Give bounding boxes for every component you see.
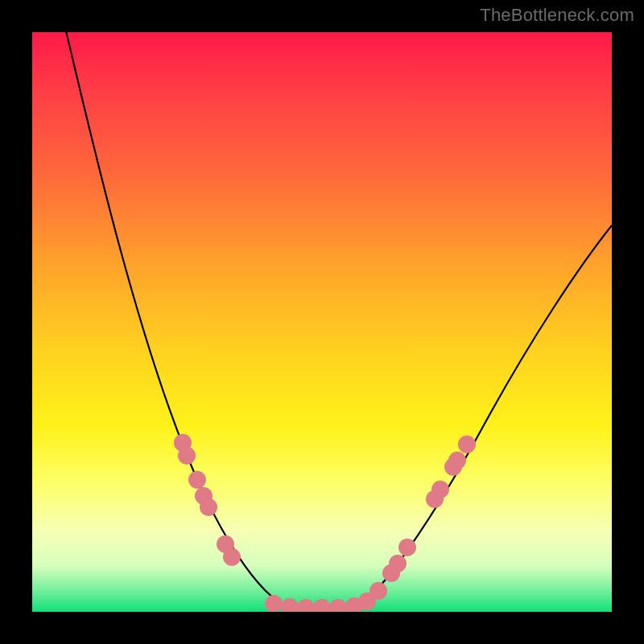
watermark-text: TheBottleneck.com <box>480 5 634 26</box>
curve-marker <box>265 595 283 612</box>
left-curve <box>64 32 322 608</box>
curve-marker <box>369 582 387 600</box>
curve-marker <box>389 555 407 572</box>
curve-layer <box>32 32 612 612</box>
curve-marker <box>200 498 217 516</box>
curve-marker <box>313 599 331 612</box>
curve-marker <box>281 598 299 612</box>
curve-marker <box>188 471 206 489</box>
plot-area <box>32 32 612 612</box>
curve-marker <box>178 447 196 464</box>
right-curve <box>322 225 612 608</box>
curve-marker <box>431 481 449 498</box>
curve-marker <box>329 599 347 612</box>
curve-marker <box>458 436 476 453</box>
curve-marker <box>223 548 241 566</box>
curve-marker <box>398 539 416 556</box>
curve-marker <box>297 599 315 612</box>
curve-marker <box>448 452 466 469</box>
chart-frame: TheBottleneck.com <box>0 0 644 644</box>
